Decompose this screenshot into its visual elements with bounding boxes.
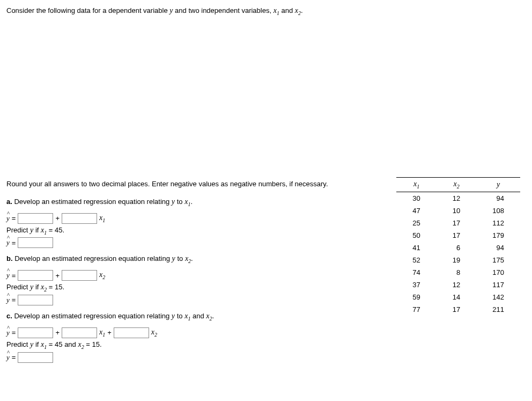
part-c-predict-input[interactable] xyxy=(18,352,53,363)
part-b-label: b. xyxy=(6,254,13,263)
table-header-x1: x1 xyxy=(396,177,436,192)
table-row: 3712117 xyxy=(396,279,520,291)
data-table: x1 x2 y 301294 4710108 2517112 5017179 4… xyxy=(396,177,520,316)
table-row: 41694 xyxy=(396,242,520,254)
table-header-y: y xyxy=(476,177,520,192)
part-c-slope1-input[interactable] xyxy=(62,327,97,338)
part-c-slope2-input[interactable] xyxy=(114,327,149,338)
part-a-slope-input[interactable] xyxy=(62,213,97,224)
part-a-predict-input[interactable] xyxy=(18,237,53,248)
part-c-label: c. xyxy=(6,312,12,320)
table-row: 2517112 xyxy=(396,217,520,229)
part-a-intercept-input[interactable] xyxy=(18,213,53,224)
table-row: 5017179 xyxy=(396,229,520,242)
table-header-x2: x2 xyxy=(437,177,476,192)
intro-text: Consider the following data for a depend… xyxy=(6,6,526,16)
part-c-predict-answer: y = xyxy=(6,352,526,363)
table-row: 5219175 xyxy=(396,254,520,266)
yhat-symbol: y xyxy=(6,238,10,247)
table-row: 4710108 xyxy=(396,205,520,217)
table-row: 7717211 xyxy=(396,303,520,316)
yhat-symbol: y xyxy=(6,271,10,280)
table-row: 748170 xyxy=(396,266,520,279)
yhat-symbol: y xyxy=(6,296,10,304)
yhat-symbol: y xyxy=(6,353,10,362)
part-a-label: a. xyxy=(6,198,12,206)
yhat-symbol: y xyxy=(6,214,10,223)
part-b-slope-input[interactable] xyxy=(62,270,97,281)
table-row: 301294 xyxy=(396,192,520,205)
part-c-equation: y = + x1 + x2 xyxy=(6,327,526,338)
part-b-intercept-input[interactable] xyxy=(18,270,53,281)
yhat-symbol: y xyxy=(6,329,10,337)
part-c-predict-text: Predict y if x1 = 45 and x2 = 15. xyxy=(6,340,526,350)
part-b-predict-input[interactable] xyxy=(18,295,53,305)
table-row: 5914142 xyxy=(396,291,520,303)
part-c-intercept-input[interactable] xyxy=(18,327,53,338)
